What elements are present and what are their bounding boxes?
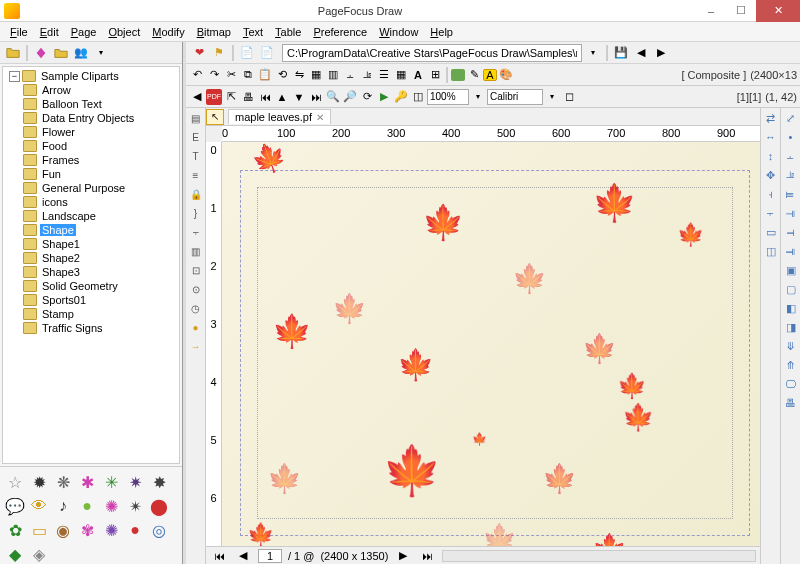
flag-icon[interactable]: ⚑ — [210, 44, 228, 62]
stack-icon[interactable]: ▥ — [188, 243, 204, 259]
menu-preference[interactable]: Preference — [307, 24, 373, 40]
zoom-in-icon[interactable]: 🔍 — [325, 89, 341, 105]
menu-edit[interactable]: Edit — [34, 24, 65, 40]
save-icon[interactable]: 💾 — [612, 44, 630, 62]
dist-v-icon[interactable]: ⫟ — [763, 205, 779, 221]
box4-icon[interactable]: ◨ — [783, 319, 799, 335]
arrows-h-icon[interactable]: ↔ — [763, 129, 779, 145]
align-r-icon[interactable]: ⫢ — [783, 186, 799, 202]
expand-icon[interactable]: ◫ — [410, 89, 426, 105]
tree-item[interactable]: icons — [7, 195, 179, 209]
nav-first-icon[interactable]: ⏮ — [257, 89, 273, 105]
table-icon[interactable]: ⊞ — [427, 67, 443, 83]
preview-icon[interactable]: 🖵 — [783, 376, 799, 392]
clip-shape[interactable]: ✿ — [4, 519, 26, 541]
page-input[interactable] — [258, 549, 282, 563]
nav-up-icon[interactable]: ▲ — [274, 89, 290, 105]
rotate-icon[interactable]: ⟲ — [274, 67, 290, 83]
tree-item[interactable]: Traffic Signs — [7, 321, 179, 335]
ungroup-icon[interactable]: ▥ — [325, 67, 341, 83]
color-icon[interactable]: 🎨 — [498, 67, 514, 83]
zoom-input[interactable] — [427, 89, 469, 105]
expand2-icon[interactable]: ⤢ — [783, 110, 799, 126]
nav-last-icon[interactable]: ⏭ — [308, 89, 324, 105]
layers-icon[interactable]: ≡ — [188, 167, 204, 183]
send-back-icon[interactable]: ⤋ — [783, 338, 799, 354]
arrow-r-icon[interactable]: → — [188, 338, 204, 354]
clip-shape[interactable]: ✸ — [148, 471, 170, 493]
export-icon[interactable]: ⇱ — [223, 89, 239, 105]
group-icon[interactable]: ▦ — [308, 67, 324, 83]
highlight-icon[interactable]: A — [483, 69, 497, 81]
align1-icon[interactable]: ⫠ — [342, 67, 358, 83]
pen-icon[interactable]: ✎ — [466, 67, 482, 83]
text-tool-icon[interactable]: T — [188, 148, 204, 164]
print2-icon[interactable]: 🖶 — [783, 395, 799, 411]
copy-icon[interactable]: ⧉ — [240, 67, 256, 83]
exchange-icon[interactable]: ⇄ — [763, 110, 779, 126]
page-icon[interactable]: ▤ — [188, 110, 204, 126]
filepath-dropdown-icon[interactable]: ▾ — [584, 44, 602, 62]
target-icon[interactable]: ⊙ — [188, 281, 204, 297]
arrows-v-icon[interactable]: ↕ — [763, 148, 779, 164]
diamond-icon[interactable] — [32, 44, 50, 62]
play-icon[interactable]: ▶ — [376, 89, 392, 105]
arrow-l-icon[interactable]: ◀ — [189, 89, 205, 105]
scrollbar-h[interactable] — [442, 550, 756, 562]
tree-item[interactable]: Frames — [7, 153, 179, 167]
tree-item[interactable]: Shape3 — [7, 265, 179, 279]
clip-shape[interactable]: ✴ — [124, 495, 146, 517]
clip-shape[interactable]: ❋ — [52, 471, 74, 493]
layer-icon[interactable]: ☰ — [376, 67, 392, 83]
status-next-icon[interactable]: ▶ — [394, 547, 412, 565]
clip-shape[interactable]: ◉ — [52, 519, 74, 541]
tree-item[interactable]: Shape — [7, 223, 179, 237]
brace-icon[interactable]: } — [188, 205, 204, 221]
clip-shape[interactable]: ⬤ — [148, 495, 170, 517]
snap-icon[interactable]: ⊡ — [188, 262, 204, 278]
clip-shape[interactable]: ● — [124, 519, 146, 541]
status-prev-icon[interactable]: ◀ — [234, 547, 252, 565]
paste-icon[interactable]: 📋 — [257, 67, 273, 83]
edit-tool-icon[interactable]: E — [188, 129, 204, 145]
collapse-icon[interactable]: − — [9, 71, 20, 82]
grid-icon[interactable]: ▦ — [393, 67, 409, 83]
menu-bitmap[interactable]: Bitmap — [191, 24, 237, 40]
clip-shape[interactable]: ♪ — [52, 495, 74, 517]
close-button[interactable]: ✕ — [756, 0, 800, 22]
minimize-button[interactable]: – — [696, 0, 726, 22]
tree-item[interactable]: Shape1 — [7, 237, 179, 251]
tree-item[interactable]: Solid Geometry — [7, 279, 179, 293]
tree-item[interactable]: Data Entry Objects — [7, 111, 179, 125]
move-icon[interactable]: ✥ — [763, 167, 779, 183]
close-tab-icon[interactable]: ✕ — [316, 112, 324, 123]
clip-shape[interactable]: ✾ — [76, 519, 98, 541]
nav1-icon[interactable]: ◀ — [632, 44, 650, 62]
font-select[interactable] — [487, 89, 543, 105]
clip-shape[interactable]: ◆ — [4, 543, 26, 564]
maximize-button[interactable]: ☐ — [726, 0, 756, 22]
box3-icon[interactable]: ◧ — [783, 300, 799, 316]
zoom-out-icon[interactable]: 🔎 — [342, 89, 358, 105]
lock-icon[interactable]: 🔒 — [188, 186, 204, 202]
key-icon[interactable]: 🔑 — [393, 89, 409, 105]
tree-item[interactable]: Balloon Text — [7, 97, 179, 111]
nav-down-icon[interactable]: ▼ — [291, 89, 307, 105]
dist-h-icon[interactable]: ⫞ — [763, 186, 779, 202]
tree-item[interactable]: Sports01 — [7, 293, 179, 307]
clip-shape[interactable]: ✹ — [28, 471, 50, 493]
tree-item[interactable]: Shape2 — [7, 251, 179, 265]
clip-shape[interactable]: ✺ — [100, 519, 122, 541]
tree-item[interactable]: Stamp — [7, 307, 179, 321]
tree-item[interactable]: Fun — [7, 167, 179, 181]
open-icon[interactable] — [4, 44, 22, 62]
tree-item[interactable]: Flower — [7, 125, 179, 139]
tree-item[interactable]: Landscape — [7, 209, 179, 223]
drawing-canvas[interactable]: 🍁 🍁 🍁 🍁 🍁 🍁 🍁 🍁 🍁 🍁 🍁 🍁 🍁 🍁 — [222, 142, 760, 546]
square-icon[interactable]: ◻ — [561, 89, 577, 105]
box1-icon[interactable]: ▣ — [783, 262, 799, 278]
rect-sel-icon[interactable]: ▭ — [763, 224, 779, 240]
menu-window[interactable]: Window — [373, 24, 424, 40]
fill-icon[interactable] — [451, 69, 465, 81]
people-icon[interactable]: 👥 — [72, 44, 90, 62]
